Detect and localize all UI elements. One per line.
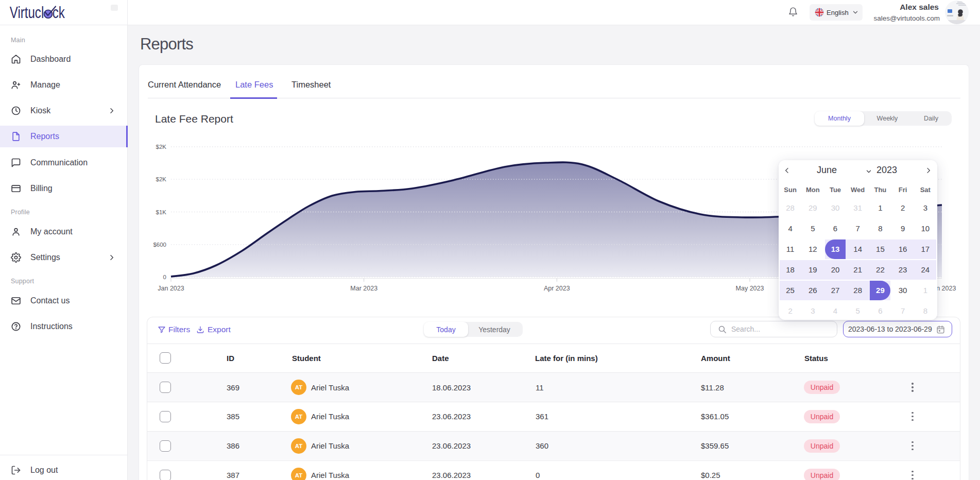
- svg-text:$600: $600: [153, 242, 166, 248]
- svg-text:$2K: $2K: [156, 144, 167, 150]
- svg-text:May 2023: May 2023: [736, 285, 764, 292]
- svg-text:$1K: $1K: [156, 209, 167, 215]
- svg-text:Jan 2023: Jan 2023: [158, 285, 184, 292]
- svg-text:Apr 2023: Apr 2023: [544, 285, 570, 292]
- svg-text:Mar 2023: Mar 2023: [350, 285, 377, 292]
- svg-text:0: 0: [163, 274, 166, 280]
- svg-text:$2K: $2K: [156, 176, 167, 182]
- svg-text:Virtucl: Virtucl: [10, 4, 44, 22]
- svg-text:ck: ck: [53, 4, 65, 22]
